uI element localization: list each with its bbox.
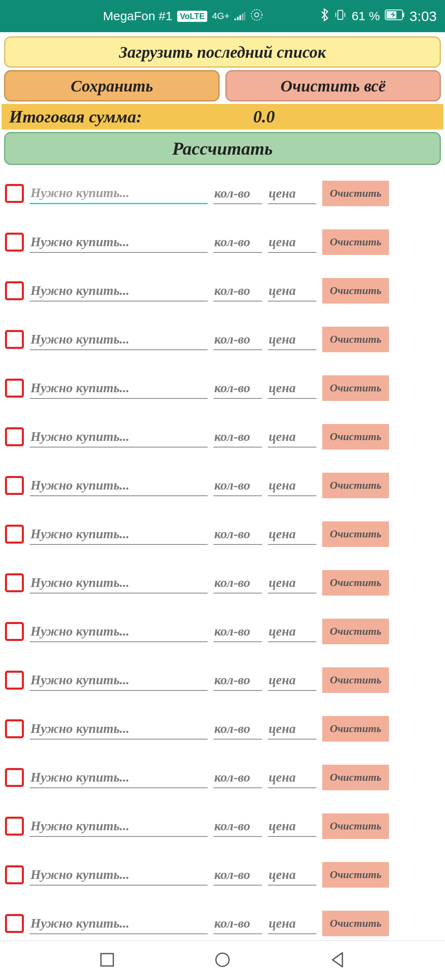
item-name-input[interactable] bbox=[30, 183, 208, 204]
save-button[interactable]: Сохранить bbox=[4, 70, 220, 101]
item-price-input[interactable] bbox=[268, 816, 316, 837]
row-clear-button[interactable]: Очистить bbox=[322, 521, 389, 547]
item-name-input[interactable] bbox=[30, 621, 208, 642]
item-name-input[interactable] bbox=[30, 865, 208, 886]
row-clear-button[interactable]: Очистить bbox=[322, 424, 389, 450]
row-checkbox[interactable] bbox=[5, 817, 24, 836]
item-qty-input[interactable] bbox=[213, 913, 262, 934]
list-row: Очистить bbox=[5, 753, 440, 802]
row-clear-button[interactable]: Очистить bbox=[322, 570, 389, 596]
row-checkbox[interactable] bbox=[5, 476, 24, 495]
nav-back-icon[interactable] bbox=[329, 951, 347, 970]
row-clear-button[interactable]: Очистить bbox=[322, 229, 389, 255]
item-price-input[interactable] bbox=[268, 621, 316, 642]
item-price-input[interactable] bbox=[268, 719, 316, 740]
row-checkbox[interactable] bbox=[5, 865, 24, 884]
item-qty-input[interactable] bbox=[213, 719, 262, 740]
nav-home-icon[interactable] bbox=[214, 951, 231, 970]
row-clear-button[interactable]: Очистить bbox=[322, 473, 389, 498]
item-price-input[interactable] bbox=[268, 767, 316, 788]
volte-badge: VoLTE bbox=[177, 11, 207, 22]
row-checkbox[interactable] bbox=[5, 281, 24, 300]
row-clear-button[interactable]: Очистить bbox=[322, 667, 389, 693]
row-clear-button[interactable]: Очистить bbox=[322, 716, 389, 742]
row-clear-button[interactable]: Очистить bbox=[322, 375, 389, 401]
row-checkbox[interactable] bbox=[5, 525, 24, 544]
item-qty-input[interactable] bbox=[213, 329, 262, 350]
calculate-button[interactable]: Рассчитать bbox=[4, 132, 441, 165]
item-name-input[interactable] bbox=[30, 329, 208, 350]
item-name-input[interactable] bbox=[30, 426, 208, 448]
row-checkbox[interactable] bbox=[5, 427, 24, 446]
item-name-input[interactable] bbox=[30, 524, 208, 545]
total-value: 0.0 bbox=[253, 107, 275, 127]
row-checkbox[interactable] bbox=[5, 379, 24, 398]
item-name-input[interactable] bbox=[30, 816, 208, 837]
item-name-input[interactable] bbox=[30, 670, 208, 691]
item-name-input[interactable] bbox=[30, 767, 208, 788]
row-checkbox[interactable] bbox=[5, 330, 24, 349]
item-price-input[interactable] bbox=[268, 280, 316, 302]
svg-point-1 bbox=[255, 13, 259, 17]
list-row: Очистить bbox=[5, 364, 440, 412]
row-clear-button[interactable]: Очистить bbox=[322, 278, 389, 304]
item-price-input[interactable] bbox=[268, 524, 316, 545]
load-last-list-button[interactable]: Загрузить последний список bbox=[4, 36, 441, 68]
item-price-input[interactable] bbox=[268, 232, 316, 253]
row-checkbox[interactable] bbox=[5, 184, 24, 203]
item-qty-input[interactable] bbox=[213, 670, 262, 691]
item-price-input[interactable] bbox=[268, 426, 316, 448]
item-name-input[interactable] bbox=[30, 232, 208, 253]
item-price-input[interactable] bbox=[268, 475, 316, 496]
row-checkbox[interactable] bbox=[5, 719, 24, 738]
row-clear-button[interactable]: Очистить bbox=[322, 765, 389, 790]
row-checkbox[interactable] bbox=[5, 573, 24, 592]
item-name-input[interactable] bbox=[30, 913, 208, 934]
row-checkbox[interactable] bbox=[5, 671, 24, 690]
item-qty-input[interactable] bbox=[213, 767, 262, 788]
item-qty-input[interactable] bbox=[213, 378, 262, 399]
nav-recent-icon[interactable] bbox=[98, 951, 116, 970]
total-bar: Итоговая сумма: 0.0 bbox=[2, 104, 443, 130]
item-name-input[interactable] bbox=[30, 572, 208, 594]
svg-rect-6 bbox=[101, 954, 113, 966]
list-row: Очистить bbox=[5, 558, 440, 607]
row-clear-button[interactable]: Очистить bbox=[322, 911, 389, 936]
vibrate-icon bbox=[334, 9, 347, 24]
row-clear-button[interactable]: Очистить bbox=[322, 327, 389, 352]
item-qty-input[interactable] bbox=[213, 475, 262, 496]
row-checkbox[interactable] bbox=[5, 622, 24, 641]
row-checkbox[interactable] bbox=[5, 233, 24, 252]
item-name-input[interactable] bbox=[30, 719, 208, 740]
row-checkbox[interactable] bbox=[5, 768, 24, 787]
item-price-input[interactable] bbox=[268, 329, 316, 350]
list-row: Очистить bbox=[5, 802, 440, 850]
item-price-input[interactable] bbox=[268, 572, 316, 594]
item-qty-input[interactable] bbox=[213, 572, 262, 594]
item-qty-input[interactable] bbox=[213, 621, 262, 642]
item-price-input[interactable] bbox=[268, 183, 316, 204]
item-name-input[interactable] bbox=[30, 280, 208, 302]
item-price-input[interactable] bbox=[268, 913, 316, 934]
item-qty-input[interactable] bbox=[213, 816, 262, 837]
list-row: Очистить bbox=[5, 704, 440, 753]
row-clear-button[interactable]: Очистить bbox=[322, 862, 389, 888]
row-checkbox[interactable] bbox=[5, 914, 24, 933]
bluetooth-icon bbox=[320, 8, 329, 24]
row-clear-button[interactable]: Очистить bbox=[322, 813, 389, 839]
item-qty-input[interactable] bbox=[213, 232, 262, 253]
item-qty-input[interactable] bbox=[213, 865, 262, 886]
row-clear-button[interactable]: Очистить bbox=[322, 181, 389, 206]
item-name-input[interactable] bbox=[30, 378, 208, 399]
item-price-input[interactable] bbox=[268, 378, 316, 399]
item-price-input[interactable] bbox=[268, 670, 316, 691]
clear-all-button[interactable]: Очистить всё bbox=[225, 70, 441, 101]
svg-rect-2 bbox=[338, 10, 343, 19]
row-clear-button[interactable]: Очистить bbox=[322, 619, 389, 644]
item-qty-input[interactable] bbox=[213, 183, 262, 204]
item-qty-input[interactable] bbox=[213, 426, 262, 448]
item-qty-input[interactable] bbox=[213, 280, 262, 302]
item-name-input[interactable] bbox=[30, 475, 208, 496]
item-price-input[interactable] bbox=[268, 865, 316, 886]
item-qty-input[interactable] bbox=[213, 524, 262, 545]
